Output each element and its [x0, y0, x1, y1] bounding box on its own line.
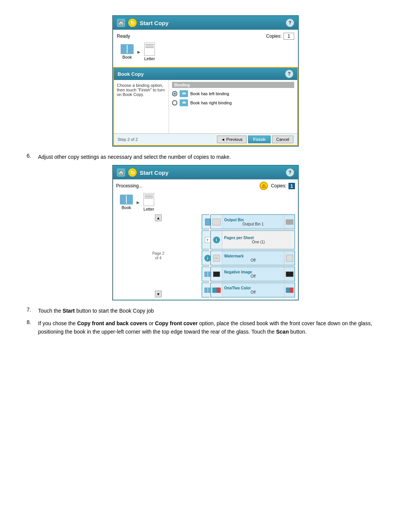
settings-grid: Content Orientation Portrait ▲ Page 2of …	[116, 214, 295, 297]
setting-pages-per-sheet[interactable]: i Pages per Sheet One (1)	[210, 230, 295, 249]
dialog2-copies-value: 1	[288, 183, 295, 189]
output-bin-icon	[211, 215, 222, 229]
setting-output-bin[interactable]: Output Bin Output Bin 1	[210, 214, 295, 229]
step8-row: 8. If you chose the Copy front and back …	[27, 319, 388, 336]
dialog2-title: Start Copy	[140, 169, 169, 176]
grid-middle: ▲ Page 2of 4 ▼	[116, 214, 201, 297]
output-bin-shape	[212, 219, 221, 225]
dialog2-copies-box: Copies: 1	[271, 183, 295, 189]
pages-per-sheet-content: Pages per Sheet One (1)	[222, 231, 295, 249]
copies-label: Copies:	[266, 34, 282, 39]
step6-body: Adjust other copy settings as necessary …	[38, 153, 231, 161]
setting-content-orientation[interactable]: Content Orientation Portrait	[202, 214, 209, 229]
dialog2-refresh-icon[interactable]: ↻	[128, 168, 137, 177]
watermark-shape: W	[213, 255, 220, 262]
setting-color-adjustment[interactable]: Color Adjustment Normal	[202, 283, 209, 297]
orientation-shape	[205, 219, 210, 225]
status-row: Ready Copies:	[117, 33, 294, 40]
setting-negative-image[interactable]: Negative Image Off	[210, 267, 295, 281]
radio-right[interactable]	[172, 100, 177, 105]
setting-one-two-color[interactable]: One/Two Color Off	[210, 283, 295, 297]
pages-per-sheet-label: Pages per Sheet	[224, 236, 293, 240]
radio-left[interactable]	[172, 91, 177, 96]
binding-option2[interactable]: 📖 Book has right binding	[172, 99, 294, 106]
dialog1-titlebar: 🏠 ↻ Start Copy ?	[113, 16, 298, 30]
letter-device: Letter	[144, 43, 155, 61]
home-icon[interactable]: 🏠	[117, 19, 125, 27]
pages-icon-cell: i	[211, 231, 222, 249]
page-indicator: Page 2of 4	[152, 251, 164, 260]
dialog2-device-row: Book ▶ Letter	[116, 193, 295, 211]
onetwocol-shape	[212, 288, 221, 293]
copies-input[interactable]	[284, 33, 294, 40]
book-device: Book	[121, 44, 134, 59]
setting-optimize-text[interactable]: T Optimize Text/Picture Manually adjust	[202, 230, 209, 249]
negative-image-value: Off	[224, 274, 282, 278]
book-copy-desc: Choose a binding option, then touch "Fin…	[114, 80, 169, 133]
book-copy-help[interactable]: ?	[285, 70, 293, 78]
device-row: Book ▶ Letter	[117, 43, 294, 61]
refresh-icon[interactable]: ↻	[128, 19, 137, 27]
warning-icon: ⚠	[260, 182, 268, 190]
start-bold: Start	[63, 308, 75, 314]
dialog1-status: Ready	[117, 34, 130, 39]
titlebar-left: 🏠 ↻ Start Copy	[117, 19, 169, 27]
dialog2-arrow-icon: ▶	[137, 200, 140, 204]
dialog2-letter-icon	[143, 193, 154, 206]
dialog1-help-btn[interactable]: ?	[286, 19, 294, 27]
dialog1-footer: Step 2 of 2 ◄ Previous Finish Cancel	[114, 133, 297, 145]
book-copy-right: Binding 📖 Book has left binding 📖 Book h…	[169, 80, 297, 133]
binding-option2-label: Book has right binding	[190, 101, 232, 105]
onetwocol-icon-shape	[286, 288, 293, 293]
setting-watermark[interactable]: W Watermark Off	[210, 251, 295, 265]
copy-front-bold: Copy front cover	[155, 320, 198, 326]
step8-num: 8.	[27, 319, 36, 336]
copies-box: Copies:	[266, 33, 294, 40]
dialog1-body: Ready Copies: Book ▶	[113, 30, 298, 67]
scroll-up-btn[interactable]: ▲	[155, 214, 162, 221]
finish-button[interactable]: Finish	[248, 136, 270, 143]
color-adj-shape	[204, 288, 211, 293]
step7-body: Touch the Start button to start the Book…	[38, 307, 154, 315]
step7-row: 7. Touch the Start button to start the B…	[27, 307, 388, 315]
info-shape: i	[213, 236, 220, 243]
one-two-color-label: One/Two Color	[224, 286, 282, 290]
setting-original-size[interactable]: i Original Size Auto	[202, 251, 209, 265]
arrow-icon: ▶	[137, 50, 140, 54]
step-indicator: Step 2 of 2	[118, 137, 138, 142]
book-copy-shape	[204, 272, 211, 277]
dialog2-help-btn[interactable]: ?	[286, 168, 294, 177]
letter-icon	[144, 43, 155, 56]
dialog2-copies-label: Copies:	[271, 183, 287, 189]
dialog2-book-icon	[120, 195, 133, 204]
text-shape: T	[205, 237, 211, 243]
step8-body: If you chose the Copy front and back cov…	[38, 319, 388, 336]
letter-label: Letter	[144, 56, 155, 61]
dialog1: 🏠 ↻ Start Copy ? Ready Copies:	[112, 15, 299, 147]
negative-image-right-icon	[284, 267, 295, 281]
binding-option1[interactable]: 📖 Book has left binding	[172, 90, 294, 97]
dialog2-body: Processing... ⚠ Copies: 1 Book ▶	[113, 179, 298, 300]
book-label: Book	[122, 55, 132, 59]
watermark-icon-shape	[286, 255, 293, 262]
step7-num: 7.	[27, 307, 36, 315]
previous-button[interactable]: ◄ Previous	[217, 136, 247, 143]
setting-book-copy[interactable]: Book Copy On ◄	[202, 267, 209, 281]
neg-shape	[213, 272, 220, 277]
copy-front-back-bold: Copy front and back covers	[77, 320, 147, 326]
book-copy-title: Book Copy	[118, 71, 144, 77]
negative-image-content: Negative Image Off	[222, 267, 284, 281]
watermark-icon-cell: W	[211, 251, 222, 265]
book-copy-header: Book Copy ?	[114, 68, 297, 80]
neg-icon-shape	[286, 272, 293, 277]
page-content: 🏠 ↻ Start Copy ? Ready Copies:	[23, 15, 388, 336]
cancel-button[interactable]: Cancel	[272, 136, 293, 143]
finish-label: Finish	[253, 137, 265, 142]
dialog2-letter-label: Letter	[143, 207, 154, 211]
scroll-down-btn[interactable]: ▼	[155, 291, 162, 297]
dialog2-home-icon[interactable]: 🏠	[117, 168, 125, 177]
scan-bold: Scan	[276, 329, 288, 335]
info-shape2: i	[204, 255, 211, 262]
onetwocol-right-icon	[284, 283, 295, 297]
dialog2: 🏠 ↻ Start Copy ? Processing... ⚠ Copies:…	[112, 165, 299, 300]
